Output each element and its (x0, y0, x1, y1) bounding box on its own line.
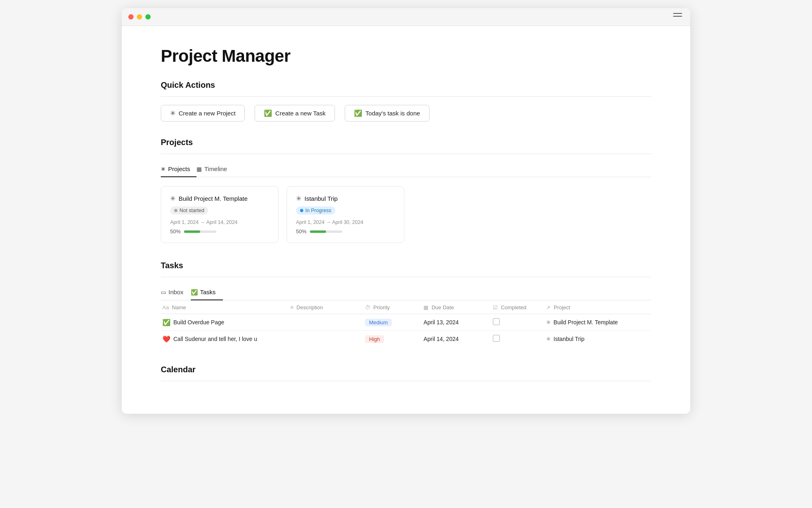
task-row-1-name: ✅ Build Overdue Page (162, 319, 284, 326)
project-card-1-progress-bar (184, 230, 216, 233)
col-header-priority: ⏱ Priority (363, 300, 422, 314)
minimize-button[interactable] (137, 14, 142, 20)
inbox-icon: ▭ (161, 289, 166, 295)
task-row-2-desc (289, 331, 363, 347)
col-header-name: Aa Name (161, 300, 289, 314)
calendar-section: Calendar (161, 365, 651, 381)
app-window: Project Manager Quick Actions ✳ Create a… (122, 8, 690, 414)
menu-button[interactable] (673, 13, 682, 17)
col-priority-icon: ⏱ (365, 304, 370, 310)
col-completed-icon: ☑ (493, 304, 498, 310)
task-row-2-icon: ❤️ (162, 335, 171, 343)
col-header-desc: ≡ Description (289, 300, 363, 314)
asterisk-icon: ✳ (170, 109, 175, 117)
col-header-completed: ☑ Completed (491, 300, 544, 314)
create-task-button[interactable]: ✅ Create a new Task (255, 105, 335, 122)
project-card-2-progress: 50% (296, 228, 395, 234)
project-card-1-progress: 50% (170, 228, 269, 234)
task-row-1-due: April 13, 2024 (422, 314, 491, 331)
tasks-check-icon: ✅ (191, 289, 198, 295)
task-row-2-name: ❤️ Call Sudenur and tell her, I love u (162, 335, 284, 343)
project-card-2-progress-fill (310, 230, 326, 233)
create-project-button[interactable]: ✳ Create a new Project (161, 105, 245, 122)
col-name-icon: Aa (162, 304, 169, 310)
project-card-2-status: In Progress (296, 206, 335, 215)
col-due-icon: ▦ (423, 304, 428, 310)
task-row-2-project-icon: ✳ (546, 336, 551, 342)
tab-projects-icon: ✳ (161, 166, 166, 172)
task-row-2-due: April 14, 2024 (422, 331, 491, 347)
projects-title: Projects (161, 138, 651, 147)
task-row-2-checkbox[interactable] (493, 335, 500, 342)
col-desc-icon: ≡ (290, 304, 294, 310)
project-card-1-status-dot (174, 209, 177, 212)
project-cards: ✳ Build Project M. Template Not started … (161, 186, 651, 243)
project-card-1-icon: ✳ (170, 195, 175, 202)
close-button[interactable] (128, 14, 134, 20)
tab-projects[interactable]: ✳ Projects (161, 162, 197, 177)
tab-inbox[interactable]: ▭ Inbox (161, 285, 191, 300)
project-card-2-header: ✳ Istanbul Trip (296, 195, 395, 202)
task-row-1-completed (491, 314, 544, 331)
tasks-tabs: ▭ Inbox ✅ Tasks (161, 285, 651, 300)
projects-section: Projects ✳ Projects ▦ Timeline ✳ Build P… (161, 138, 651, 243)
project-card-2-dates: April 1, 2024 → April 30, 2024 (296, 219, 395, 225)
priority-badge-high: High (365, 335, 384, 343)
project-card-2-icon: ✳ (296, 195, 301, 202)
table-row: ✅ Build Overdue Page Medium April 13, 20… (161, 314, 651, 331)
task-row-2-name-cell: ❤️ Call Sudenur and tell her, I love u (161, 331, 289, 347)
tasks-divider (161, 277, 651, 277)
projects-tabs: ✳ Projects ▦ Timeline (161, 162, 651, 177)
quick-actions-title: Quick Actions (161, 80, 651, 90)
task-table: Aa Name ≡ Description ⏱ Priority ▦ (161, 300, 651, 347)
project-card-1-status: Not started (170, 206, 208, 215)
main-content: Project Manager Quick Actions ✳ Create a… (122, 26, 690, 414)
project-card-1-progress-fill (184, 230, 200, 233)
task-table-header: Aa Name ≡ Description ⏱ Priority ▦ (161, 300, 651, 314)
quick-actions-buttons: ✳ Create a new Project ✅ Create a new Ta… (161, 105, 651, 122)
col-project-icon: ↗ (546, 304, 551, 310)
priority-badge-medium: Medium (365, 319, 392, 326)
table-row: ❤️ Call Sudenur and tell her, I love u H… (161, 331, 651, 347)
project-card-1[interactable]: ✳ Build Project M. Template Not started … (161, 186, 279, 243)
task-row-1-project-link: ✳ Build Project M. Template (546, 319, 646, 326)
quick-actions-divider (161, 96, 651, 97)
task-row-2-project-link: ✳ Istanbul Trip (546, 336, 646, 342)
check-circle-icon: ✅ (264, 109, 272, 117)
col-header-project: ↗ Project (544, 300, 651, 314)
done-check-icon: ✅ (354, 109, 362, 117)
task-row-1-name-cell: ✅ Build Overdue Page (161, 314, 289, 331)
task-row-1-project-icon: ✳ (546, 319, 551, 326)
project-card-2-progress-label: 50% (296, 228, 307, 234)
calendar-divider (161, 381, 651, 381)
project-card-2-progress-bar (310, 230, 342, 233)
task-row-2-completed (491, 331, 544, 347)
task-row-1-checkbox[interactable] (493, 318, 500, 325)
task-row-2-priority: High (363, 331, 422, 347)
project-card-2-status-dot (300, 209, 303, 212)
calendar-title: Calendar (161, 365, 651, 374)
project-card-2[interactable]: ✳ Istanbul Trip In Progress April 1, 202… (287, 186, 404, 243)
project-card-1-header: ✳ Build Project M. Template (170, 195, 269, 202)
titlebar (122, 8, 690, 26)
task-row-2-project: ✳ Istanbul Trip (544, 331, 651, 347)
tab-timeline-icon: ▦ (197, 166, 202, 172)
done-today-button[interactable]: ✅ Today's task is done (345, 105, 430, 122)
project-card-1-dates: April 1, 2024 → April 14, 2024 (170, 219, 269, 225)
quick-actions-section: Quick Actions ✳ Create a new Project ✅ C… (161, 80, 651, 122)
task-row-1-project: ✳ Build Project M. Template (544, 314, 651, 331)
projects-divider (161, 154, 651, 154)
tab-tasks[interactable]: ✅ Tasks (191, 285, 223, 300)
maximize-button[interactable] (145, 14, 151, 20)
task-row-1-desc (289, 314, 363, 331)
task-row-1-icon: ✅ (162, 319, 171, 326)
task-row-1-priority: Medium (363, 314, 422, 331)
tasks-title: Tasks (161, 261, 651, 270)
tasks-section: Tasks ▭ Inbox ✅ Tasks Aa Name (161, 261, 651, 347)
tab-timeline[interactable]: ▦ Timeline (197, 162, 233, 177)
page-title: Project Manager (161, 46, 651, 66)
task-table-body: ✅ Build Overdue Page Medium April 13, 20… (161, 314, 651, 347)
project-card-1-progress-label: 50% (170, 228, 181, 234)
col-header-due: ▦ Due Date (422, 300, 491, 314)
